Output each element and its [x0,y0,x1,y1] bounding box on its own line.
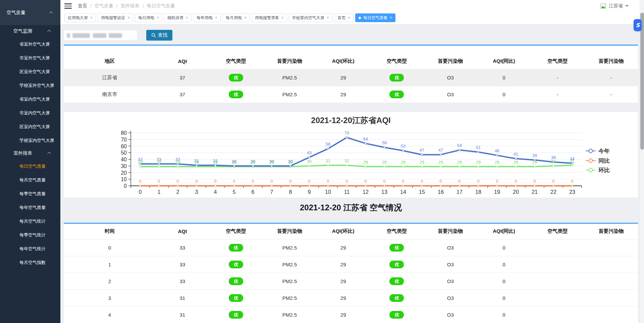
table-row[interactable]: 233优PM2.529优O30 [64,273,638,289]
sidebar-item-省室内空气大屏[interactable]: 省室内空气大屏 [0,92,60,106]
legend-item-环比[interactable]: 环比 [586,167,610,173]
sidebar-item-学校室内空气大屏[interactable]: 学校室内空气大屏 [0,133,60,147]
svg-text:29: 29 [495,160,499,165]
sidebar-group-1[interactable]: 空气监测 [0,25,60,37]
sidebar-item-每日空气质量[interactable]: 每日空气质量 [0,159,60,173]
air-quality-badge: 优 [389,261,404,268]
search-input[interactable] [64,30,138,41]
table-cell: - [531,86,584,103]
table-cell: 4 [64,306,156,323]
aqi-line-chart[interactable]: 0102030405060708001234567891011121314151… [64,125,638,197]
table-cell: 3 [64,289,156,306]
svg-text:30: 30 [307,159,312,164]
floating-widget-button[interactable]: S [634,19,642,31]
legend-item-同比[interactable]: 同比 [586,158,610,164]
tab-每日用电[interactable]: 每日用电× [135,13,162,22]
table-cell: 33 [156,273,209,289]
close-tab-icon[interactable]: × [390,16,392,20]
sidebar-item-区室内空气大屏[interactable]: 区室内空气大屏 [0,120,60,133]
sidebar-item-学校室外空气大屏[interactable]: 学校室外空气大屏 [0,78,60,92]
legend-item-今年[interactable]: 今年 [586,148,610,154]
tab-label: 学校室内空气大屏 [292,15,324,21]
svg-text:10: 10 [325,189,331,195]
sidebar-item-市室内空气大屏[interactable]: 市室内空气大屏 [0,106,60,120]
close-tab-icon[interactable]: × [244,16,247,20]
close-tab-icon[interactable]: × [90,16,93,20]
tab-区用电大屏[interactable]: 区用电大屏× [64,13,96,22]
svg-text:31: 31 [326,159,330,163]
svg-text:19: 19 [494,189,500,195]
svg-text:58: 58 [382,141,387,145]
table-cell: PM2.5 [263,69,317,86]
table-row[interactable]: 431优PM2.529优O30 [64,306,638,323]
table-header-cell: 地区 [64,54,156,69]
tab-学校室内空气大屏[interactable]: 学校室内空气大屏× [289,13,332,22]
svg-text:41: 41 [514,152,518,157]
sidebar-root-air-quality[interactable]: 空气质量 [0,0,60,25]
close-tab-icon[interactable]: × [157,16,159,20]
table-cell: O3 [424,256,477,273]
sidebar-item-每月空气指数[interactable]: 每月空气指数 [0,256,60,269]
tab-每年用电[interactable]: 每年用电× [193,13,221,22]
table-row[interactable]: 南京市37优PM2.529优O30-- [64,86,638,103]
chevron-up-icon [49,11,53,15]
hamburger-menu-icon[interactable] [64,3,72,9]
close-tab-icon[interactable]: × [327,16,329,20]
table-header-row: 时间AQI空气类型首要污染物AQI(环比)空气类型首要污染物AQI(同比)空气类… [64,224,638,239]
air-quality-badge: 优 [389,294,404,302]
region-name: 江苏省 [609,3,623,9]
svg-text:0: 0 [158,179,160,184]
search-button[interactable]: 查找 [146,30,172,41]
close-tab-icon[interactable]: × [127,16,130,20]
svg-text:0: 0 [346,179,348,184]
svg-text:13: 13 [381,189,387,195]
tab-用电报警查看[interactable]: 用电报警查看× [252,13,287,22]
breadcrumb-item[interactable]: 室外报表 [121,3,140,9]
table-row[interactable]: 江苏省37优PM2.529优O30-- [64,69,638,86]
table-row[interactable]: 033优PM2.529优O30 [64,239,638,256]
svg-text:30: 30 [121,163,127,169]
sidebar-item-每年空气统计[interactable]: 每年空气统计 [0,242,60,256]
table-row[interactable]: 133优PM2.529优O30 [64,256,638,273]
sidebar-item-每月空气质量[interactable]: 每月空气质量 [0,173,60,187]
svg-text:39: 39 [532,153,537,158]
table-header-cell: AQI(同比) [477,54,531,69]
sidebar-item-市室外空气大屏[interactable]: 市室外空气大屏 [0,51,60,65]
table-cell: 29 [316,86,370,103]
svg-text:11: 11 [344,189,350,195]
sidebar-item-每年空气质量[interactable]: 每年空气质量 [0,201,60,214]
tab-每日空气质量[interactable]: 每日空气质量× [355,13,395,22]
table-cell: 0 [477,289,531,306]
svg-text:30: 30 [232,159,236,164]
close-tab-icon[interactable]: × [215,16,217,20]
tab-用电报警设定[interactable]: 用电报警设定× [98,13,133,22]
scrollbar-thumb[interactable] [640,13,644,150]
table-row[interactable]: 331优PM2.529优O30 [64,289,638,306]
sidebar-group-2[interactable]: 室外报表 [0,147,60,159]
table-cell: 优 [370,69,424,86]
close-tab-icon[interactable]: × [186,16,188,20]
breadcrumb-item[interactable]: 首页 [78,3,87,9]
sidebar-item-省室外空气大屏[interactable]: 省室外空气大屏 [0,37,60,51]
svg-text:22: 22 [550,189,556,195]
table-cell: PM2.5 [263,289,317,306]
breadcrumb: 首页/空气质量/室外报表/每日空气质量 [78,3,175,9]
sidebar-item-每季空气质量[interactable]: 每季空气质量 [0,187,60,201]
close-tab-icon[interactable]: × [281,16,284,20]
scrollbar[interactable] [640,0,644,323]
svg-text:51: 51 [476,145,481,150]
tab-每月用电[interactable]: 每月用电× [222,13,250,22]
close-tab-icon[interactable]: × [348,16,350,20]
sidebar-item-每季空气统计[interactable]: 每季空气统计 [0,228,60,242]
svg-text:70: 70 [121,137,127,143]
tab-label: 能耗排查 [167,15,183,21]
air-quality-badge: 优 [389,244,404,252]
sidebar-item-区室外空气大屏[interactable]: 区室外空气大屏 [0,65,60,78]
sidebar-item-每月空气统计[interactable]: 每月空气统计 [0,214,60,228]
breadcrumb-item[interactable]: 空气质量 [95,3,113,9]
region-selector[interactable]: 江苏省 [600,3,640,9]
tab-首页[interactable]: 首页× [334,13,354,22]
table-cell [531,306,584,323]
tab-能耗排查[interactable]: 能耗排查× [164,13,192,22]
breadcrumb-item[interactable]: 每日空气质量 [147,3,175,9]
